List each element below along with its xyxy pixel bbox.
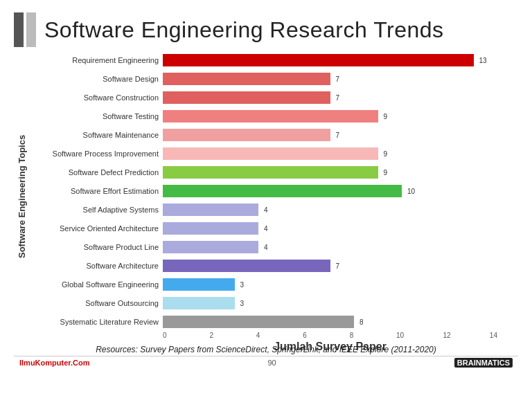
bar-fill (163, 91, 330, 104)
bar-label: Systematic Literature Review (35, 318, 163, 326)
bar-row: Software Outsourcing3 (35, 294, 497, 312)
x-tick: 10 (396, 332, 443, 339)
bar-label: Software Maintenance (35, 131, 163, 139)
bar-row: Global Software Engineering3 (35, 275, 497, 293)
bar-row: Software Architecture7 (35, 257, 497, 275)
bar-fill (163, 166, 378, 179)
bar-row: Software Testing9 (35, 107, 497, 125)
bar-track: 4 (163, 221, 497, 235)
bar-track: 9 (163, 165, 497, 179)
bar-track: 10 (163, 184, 497, 198)
x-tick: 6 (303, 332, 349, 339)
bar-label: Requirement Engineering (35, 56, 163, 64)
bar-row: Service Oriented Architecture4 (35, 219, 497, 237)
bar-value-label: 9 (384, 169, 388, 177)
x-tick: 2 (209, 332, 256, 339)
bar-value-label: 13 (479, 57, 487, 64)
bar-label: Software Testing (35, 112, 163, 120)
bar-fill (163, 278, 235, 291)
bar-fill (163, 203, 258, 216)
bar-value-label: 3 (240, 300, 245, 307)
bars-container: Requirement Engineering13Software Design… (35, 51, 518, 332)
chart-title: Software Engineering Research Trends (44, 17, 444, 43)
bar-row: Software Product Line4 (35, 238, 497, 256)
bar-label: Software Outsourcing (35, 299, 163, 307)
bar-row: Software Design7 (35, 70, 497, 88)
bar-track: 9 (163, 109, 497, 123)
bar-value-label: 8 (360, 318, 364, 326)
bar-label: Software Process Improvement (35, 150, 163, 158)
bar-dark-1 (14, 12, 24, 47)
bar-value-label: 4 (264, 244, 268, 251)
bar-fill (163, 260, 330, 272)
bar-value-label: 7 (336, 75, 340, 83)
bar-track: 8 (163, 315, 497, 329)
page-number: 90 (268, 359, 276, 367)
bar-track: 7 (163, 128, 497, 142)
chart-inner: Requirement Engineering13Software Design… (29, 51, 518, 342)
x-tick: 4 (256, 332, 303, 339)
bar-track: 7 (163, 259, 497, 273)
bar-value-label: 7 (336, 132, 340, 139)
ilmu-logo: IlmuKomputer.Com (19, 359, 89, 367)
bar-track: 4 (163, 240, 497, 254)
bar-fill (163, 73, 330, 85)
bar-track: 7 (163, 91, 497, 105)
bar-value-label: 4 (264, 225, 268, 233)
bar-row: Software Effort Estimation10 (35, 182, 497, 200)
bar-value-label: 10 (407, 188, 415, 195)
bar-fill (163, 185, 402, 197)
bar-label: Software Defect Prediction (35, 168, 163, 177)
x-axis: 02468101214 (35, 332, 518, 339)
bar-value-label: 7 (336, 262, 340, 270)
bar-light-1 (26, 12, 36, 47)
bar-row: Software Maintenance7 (35, 126, 497, 144)
bar-row: Self Adaptive Systems4 (35, 201, 497, 219)
bar-value-label: 7 (336, 94, 340, 102)
bar-fill (163, 54, 474, 66)
bar-row: Systematic Literature Review8 (35, 313, 497, 331)
bar-row: Software Process Improvement9 (35, 145, 497, 163)
bottom-bar: IlmuKomputer.Com 90 BRAINMATICS (14, 356, 518, 369)
x-tick: 8 (350, 332, 396, 339)
bar-fill (163, 297, 235, 309)
bar-value-label: 9 (384, 150, 388, 158)
bar-fill (163, 110, 378, 123)
bar-value-label: 3 (240, 281, 245, 289)
bar-fill (163, 241, 258, 253)
bar-track: 4 (163, 203, 497, 217)
bar-row: Requirement Engineering13 (35, 51, 497, 69)
bar-track: 9 (163, 147, 497, 161)
bar-track: 3 (163, 278, 497, 291)
bar-label: Software Architecture (35, 262, 163, 270)
bar-track: 7 (163, 72, 497, 86)
header-decoration (14, 12, 36, 47)
chart-area: Software Engineering Topics Requirement … (14, 51, 518, 342)
bar-label: Software Effort Estimation (35, 187, 163, 195)
bar-fill (163, 316, 354, 328)
bar-fill (163, 147, 378, 160)
bar-label: Software Construction (35, 93, 163, 102)
bar-label: Software Product Line (35, 243, 163, 251)
x-tick: 14 (490, 332, 497, 339)
bar-row: Software Construction7 (35, 89, 497, 107)
bar-value-label: 4 (264, 206, 268, 214)
bar-label: Global Software Engineering (35, 280, 163, 289)
bar-label: Software Design (35, 75, 163, 83)
header: Software Engineering Research Trends (14, 7, 518, 50)
slide: Software Engineering Research Trends Sof… (0, 0, 532, 398)
bar-row: Software Defect Prediction9 (35, 163, 497, 181)
x-tick: 0 (163, 332, 209, 339)
bar-label: Service Oriented Architecture (35, 224, 163, 233)
bar-track: 3 (163, 296, 497, 310)
bar-label: Self Adaptive Systems (35, 206, 163, 214)
x-tick: 12 (443, 332, 489, 339)
y-axis-label: Software Engineering Topics (14, 51, 29, 342)
bar-fill (163, 222, 258, 235)
bar-fill (163, 129, 330, 141)
bar-track: 13 (163, 53, 497, 67)
brain-logo: BRAINMATICS (454, 358, 513, 368)
bar-value-label: 9 (384, 113, 388, 120)
